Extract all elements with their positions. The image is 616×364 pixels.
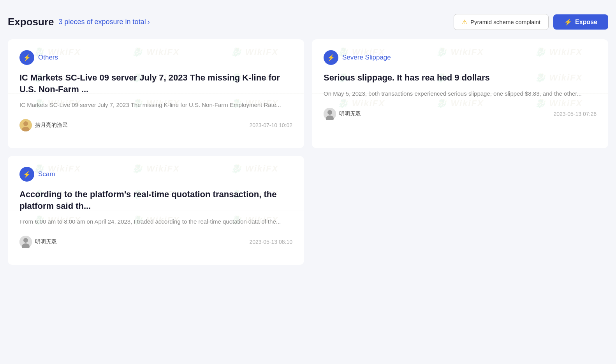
exposure-card-1[interactable]: 🐉 WikiFX 🐉 WikiFX 🐉 WikiFX 🐉 WikiFX 🐉 Wi… bbox=[8, 39, 304, 148]
card-2-avatar bbox=[324, 108, 336, 120]
card-3-author: 明明无双 bbox=[19, 236, 57, 248]
card-2-tag-label: Severe Slippage bbox=[342, 54, 391, 61]
pyramid-btn-label: Pyramid scheme complaint bbox=[470, 19, 540, 25]
card-3-date: 2023-05-13 08:10 bbox=[249, 239, 292, 245]
card-1-tag-row: ⚡ Others bbox=[19, 50, 292, 65]
card-1-avatar bbox=[19, 119, 32, 131]
card-1-author: 捞月亮的渔民 bbox=[19, 119, 68, 131]
card-3-tag-label: Scam bbox=[38, 170, 55, 178]
card-3-desc: From 6:00 am to 8:00 am on April 24, 202… bbox=[19, 217, 292, 226]
exposure-count-link[interactable]: 3 pieces of exposure in total › bbox=[59, 18, 150, 26]
card-2-desc: On May 5, 2023, both transactions experi… bbox=[324, 89, 597, 98]
svg-point-7 bbox=[23, 238, 28, 243]
warning-icon: ⚠ bbox=[462, 18, 467, 26]
card-3-title: According to the platform's real-time qu… bbox=[19, 189, 292, 212]
exposure-count-text: 3 pieces of exposure in total bbox=[59, 18, 146, 26]
expose-btn-label: Expose bbox=[575, 19, 597, 26]
expose-icon: ⚡ bbox=[564, 18, 572, 26]
header-right: ⚠ Pyramid scheme complaint ⚡ Expose bbox=[454, 14, 608, 30]
card-2-tag-row: ⚡ Severe Slippage bbox=[324, 50, 597, 65]
card-1-footer: 捞月亮的渔民 2023-07-10 10:02 bbox=[19, 119, 292, 131]
svg-point-1 bbox=[23, 121, 28, 126]
card-2-footer: 明明无双 2023-05-13 07:26 bbox=[324, 108, 597, 120]
svg-point-4 bbox=[327, 110, 332, 115]
card-2-title: Serious slippage. It has rea hed 9 dolla… bbox=[324, 72, 597, 84]
exposure-card-3[interactable]: 🐉 WikiFX 🐉 WikiFX 🐉 WikiFX 🐉 WikiFX 🐉 Wi… bbox=[8, 156, 304, 265]
card-1-title: IC Markets SC-Live 09 server July 7, 202… bbox=[19, 72, 292, 95]
pyramid-complaint-button[interactable]: ⚠ Pyramid scheme complaint bbox=[454, 14, 549, 30]
card-2-date: 2023-05-13 07:26 bbox=[553, 111, 597, 117]
card-2-author-name: 明明无双 bbox=[339, 110, 361, 117]
chevron-right-icon: › bbox=[148, 18, 150, 26]
header-left: Exposure 3 pieces of exposure in total › bbox=[8, 16, 150, 28]
card-3-footer: 明明无双 2023-05-13 08:10 bbox=[19, 236, 292, 248]
card-1-desc: IC Markets SC-Live 09 server July 7, 202… bbox=[19, 100, 292, 110]
card-3-tag-icon: ⚡ bbox=[19, 167, 34, 182]
card-3-content: ⚡ Scam According to the platform's real-… bbox=[19, 167, 292, 248]
cards-grid: 🐉 WikiFX 🐉 WikiFX 🐉 WikiFX 🐉 WikiFX 🐉 Wi… bbox=[8, 39, 608, 265]
card-3-author-name: 明明无双 bbox=[35, 238, 57, 245]
card-1-author-name: 捞月亮的渔民 bbox=[35, 122, 68, 129]
card-1-content: ⚡ Others IC Markets SC-Live 09 server Ju… bbox=[19, 50, 292, 131]
card-3-tag-row: ⚡ Scam bbox=[19, 167, 292, 182]
page-title: Exposure bbox=[8, 16, 54, 28]
page-container: Exposure 3 pieces of exposure in total ›… bbox=[8, 8, 608, 265]
card-3-avatar bbox=[19, 236, 32, 248]
exposure-card-2[interactable]: 🐉 WikiFX 🐉 WikiFX 🐉 WikiFX 🐉 WikiFX 🐉 Wi… bbox=[312, 39, 608, 148]
card-2-content: ⚡ Severe Slippage Serious slippage. It h… bbox=[324, 50, 597, 120]
card-2-author: 明明无双 bbox=[324, 108, 361, 120]
card-1-date: 2023-07-10 10:02 bbox=[249, 122, 292, 128]
expose-button[interactable]: ⚡ Expose bbox=[553, 14, 608, 30]
page-header: Exposure 3 pieces of exposure in total ›… bbox=[8, 8, 608, 39]
card-2-tag-icon: ⚡ bbox=[324, 50, 338, 65]
card-1-tag-icon: ⚡ bbox=[19, 50, 34, 65]
card-1-tag-label: Others bbox=[38, 54, 58, 61]
